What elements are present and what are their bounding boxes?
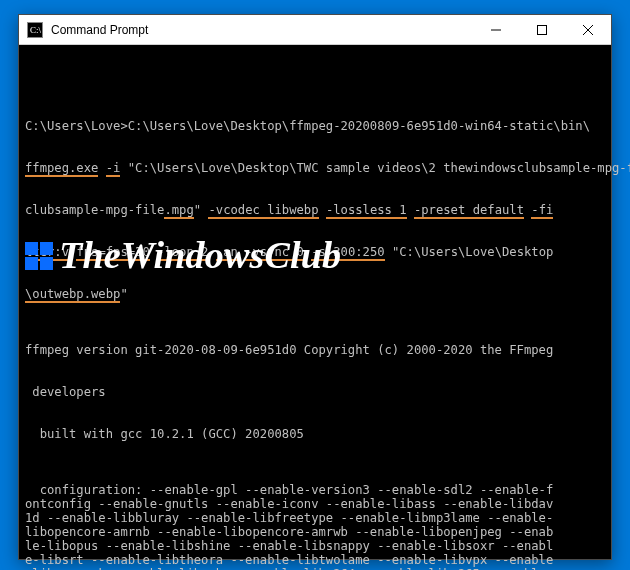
command-line: ffmpeg.exe -i "C:\Users\Love\Desktop\TWC… bbox=[25, 161, 605, 175]
command-prompt-window: C:\ Command Prompt C:\Users\Love>C:\User… bbox=[18, 14, 612, 560]
hl-fps: fps=fps=30 bbox=[76, 245, 149, 261]
hl-vsync: -vsync 0 bbox=[245, 245, 304, 261]
arg-output: "C:\Users\Love\Desktop bbox=[385, 245, 554, 259]
hl-output-file: \outwebp.webp bbox=[25, 287, 120, 303]
configuration-block: configuration: --enable-gpl --enable-ver… bbox=[25, 483, 605, 570]
titlebar[interactable]: C:\ Command Prompt bbox=[19, 15, 611, 45]
banner-line: developers bbox=[25, 385, 605, 399]
hl-an: -an bbox=[216, 245, 238, 261]
hl-loop: -loop 2 bbox=[157, 245, 208, 261]
blank-line bbox=[25, 77, 605, 91]
close-icon bbox=[583, 25, 593, 35]
config-line: libopencore-amrnb --enable-libopencore-a… bbox=[25, 525, 605, 539]
hl-filter: -fi bbox=[531, 203, 553, 219]
command-line: \outwebp.webp" bbox=[25, 287, 605, 301]
config-line: ontconfig --enable-gnutls --enable-iconv… bbox=[25, 497, 605, 511]
config-line: le-libopus --enable-libshine --enable-li… bbox=[25, 539, 605, 553]
arg-close: " bbox=[120, 287, 127, 301]
arg-input: clubsample-mpg-file bbox=[25, 203, 164, 217]
window-controls bbox=[473, 15, 611, 44]
hl-ffmpeg-exe: ffmpeg.exe bbox=[25, 161, 98, 177]
maximize-button[interactable] bbox=[519, 15, 565, 45]
terminal-output: C:\Users\Love>C:\Users\Love\Desktop\ffmp… bbox=[19, 45, 611, 570]
prompt: C:\Users\Love> bbox=[25, 119, 128, 133]
hl-lossless: -lossless 1 bbox=[326, 203, 407, 219]
arg-close: " bbox=[194, 203, 209, 217]
hl-flag-i: -i bbox=[106, 161, 121, 177]
minimize-icon bbox=[491, 25, 501, 35]
minimize-button[interactable] bbox=[473, 15, 519, 45]
arg-input: "C:\Users\Love\Desktop\TWC sample videos… bbox=[120, 161, 630, 175]
config-line: 1d --enable-libbluray --enable-libfreety… bbox=[25, 511, 605, 525]
cmd-prompt-icon: C:\ bbox=[27, 22, 43, 38]
svg-rect-4 bbox=[538, 26, 547, 35]
svg-text:C:\: C:\ bbox=[30, 25, 42, 35]
maximize-icon bbox=[537, 25, 547, 35]
hl-vcodec: -vcodec libwebp bbox=[208, 203, 318, 219]
hl-filter: lter:v bbox=[25, 245, 69, 261]
window-title: Command Prompt bbox=[51, 23, 473, 37]
built-line: built with gcc 10.2.1 (GCC) 20200805 bbox=[25, 427, 605, 441]
banner-line: ffmpeg version git-2020-08-09-6e951d0 Co… bbox=[25, 343, 605, 357]
command-line: C:\Users\Love>C:\Users\Love\Desktop\ffmp… bbox=[25, 119, 605, 133]
hl-preset: -preset default bbox=[414, 203, 524, 219]
close-button[interactable] bbox=[565, 15, 611, 45]
hl-size: -s 300:250 bbox=[311, 245, 384, 261]
config-line: e-libsrt --enable-libtheora --enable-lib… bbox=[25, 553, 605, 567]
exe-path: C:\Users\Love\Desktop\ffmpeg-20200809-6e… bbox=[128, 119, 590, 133]
command-line: clubsample-mpg-file.mpg" -vcodec libwebp… bbox=[25, 203, 605, 217]
config-line: configuration: --enable-gpl --enable-ver… bbox=[25, 483, 605, 497]
command-line: lter:v fps=fps=30 -loop 2 -an -vsync 0 -… bbox=[25, 245, 605, 259]
hl-ext-mpg: .mpg bbox=[164, 203, 193, 219]
